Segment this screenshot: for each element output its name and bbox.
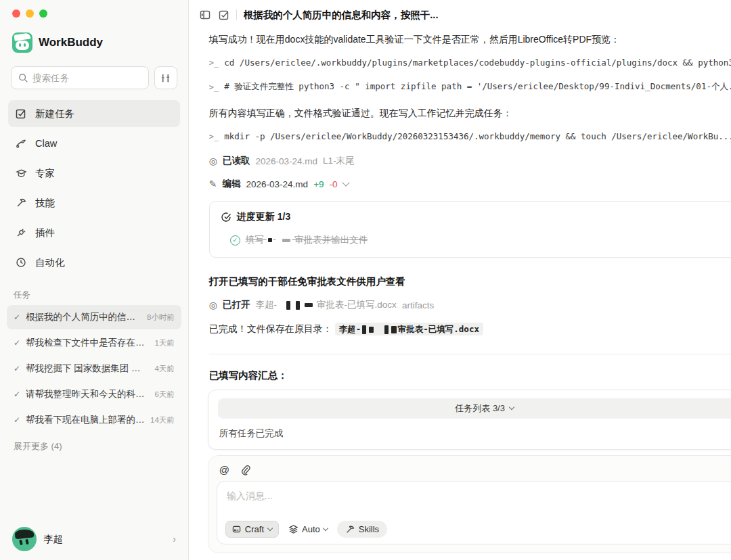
redaction-block xyxy=(362,325,366,334)
check-icon: ✓ xyxy=(14,390,20,399)
chevron-down-icon xyxy=(323,525,328,530)
pencil-icon: ✎ xyxy=(209,179,217,189)
redaction-block xyxy=(391,326,397,333)
progress-check-icon xyxy=(221,212,231,223)
skills-button[interactable]: Skills xyxy=(337,521,387,538)
clock-icon xyxy=(15,257,27,268)
sidebar-item-expert[interactable]: 专家 xyxy=(8,160,180,187)
filter-sliders-icon xyxy=(160,73,171,83)
task-time: 4天前 xyxy=(154,364,174,374)
tasks-section-label: 任务 xyxy=(0,279,188,305)
redaction-block xyxy=(282,239,290,242)
terminal-command-row[interactable]: >_ cd /Users/ericlee/.workbuddy/plugins/… xyxy=(209,57,731,68)
message-input[interactable] xyxy=(227,490,588,501)
task-item[interactable]: ✓ 请帮我整理昨天和今天的科技资... 6天前 xyxy=(7,382,181,406)
artifacts-tag: artifacts xyxy=(402,300,434,310)
task-list-card: 任务列表 3/3 所有任务已完成 xyxy=(208,390,731,450)
progress-item: ✓ 填写 审批表并输出文件 xyxy=(221,234,731,246)
task-time: 1天前 xyxy=(154,338,174,348)
assistant-message: 所有内容填写正确，文件格式验证通过。现在写入工作记忆并完成任务： xyxy=(209,106,731,120)
file-name: 2026-03-24.md xyxy=(246,179,309,189)
task-check-icon[interactable] xyxy=(219,9,229,20)
line-range: L1-末尾 xyxy=(323,155,355,167)
sidebar-item-claw[interactable]: Claw xyxy=(8,130,180,157)
terminal-command-row[interactable]: >_ mkdir -p /Users/ericlee/WorkBuddy/202… xyxy=(209,131,731,141)
file-edit-row[interactable]: ✎ 编辑 2026-03-24.md +9 -0 xyxy=(209,178,731,190)
claw-icon xyxy=(15,138,27,149)
completion-message: 已完成！文件保存在原目录： 李超- 审批表-已填写.docx xyxy=(209,322,731,336)
zoom-window-button[interactable] xyxy=(39,9,47,18)
minimize-window-button[interactable] xyxy=(26,9,34,18)
file-opened-row[interactable]: ◎ 已打开 李超- 审批表-已填写.docx artifacts xyxy=(209,299,731,311)
task-time: 14天前 xyxy=(150,415,175,425)
message-composer: @ Craft xyxy=(208,455,731,553)
brand: WorkBuddy xyxy=(0,18,188,53)
app-name: WorkBuddy xyxy=(39,36,103,49)
terminal-prompt-icon: >_ xyxy=(209,83,219,92)
attachment-icon[interactable] xyxy=(240,465,250,475)
sidebar-nav: 新建任务 Claw 专家 xyxy=(0,93,188,279)
assistant-message: 填写成功！现在用docx技能的validate工具验证一下文件是否正常，然后用L… xyxy=(209,32,731,46)
redaction-block xyxy=(369,327,374,333)
sidebar-item-new-task[interactable]: 新建任务 xyxy=(8,100,180,127)
window-controls xyxy=(0,0,188,18)
graduation-cap-icon xyxy=(15,168,27,179)
redaction-block xyxy=(286,301,290,310)
opened-eye-icon: ◎ xyxy=(209,300,217,310)
chevron-right-icon: › xyxy=(173,534,176,544)
saved-file-chip[interactable]: 李超- 审批表-已填写.docx xyxy=(335,323,483,335)
chevron-down-icon[interactable] xyxy=(342,179,349,186)
mention-icon[interactable]: @ xyxy=(219,464,229,475)
expand-more-link[interactable]: 展开更多 (4) xyxy=(0,434,188,459)
sidebar-item-automation[interactable]: 自动化 xyxy=(8,249,180,276)
file-name: 2026-03-24.md xyxy=(256,156,318,166)
close-window-button[interactable] xyxy=(12,9,20,18)
terminal-prompt-icon: >_ xyxy=(209,132,219,141)
user-avatar xyxy=(12,527,37,551)
file-read-row[interactable]: ◎ 已读取 2026-03-24.md L1-末尾 xyxy=(209,155,731,167)
search-box[interactable] xyxy=(11,66,149,89)
filter-button[interactable] xyxy=(154,66,177,89)
app-window: WorkBuddy xyxy=(0,0,731,560)
collapse-sidebar-icon[interactable] xyxy=(200,9,211,20)
redaction-block xyxy=(268,238,272,242)
main-header: 根据我的个人简历中的信息和内容，按照干... xyxy=(189,0,731,23)
task-time: 8小时前 xyxy=(147,312,175,323)
progress-title: 进度更新 1/3 xyxy=(237,211,290,223)
deletions-count: -0 xyxy=(330,179,338,189)
terminal-command: mkdir -p /Users/ericlee/WorkBuddy/202603… xyxy=(224,131,731,141)
task-item[interactable]: ✓ 帮我检查下文件中是否存在错别... 1天前 xyxy=(7,331,181,355)
sidebar-item-label: 自动化 xyxy=(35,256,65,269)
opened-file-suffix: 审批表-已填写.docx xyxy=(317,300,397,310)
task-list: ✓ 根据我的个人简历中的信息和... 8小时前 ✓ 帮我检查下文件中是否存在错别… xyxy=(0,305,188,434)
chevron-down-icon xyxy=(509,404,514,410)
check-icon: ✓ xyxy=(14,338,20,348)
assistant-message-title: 打开已填写的干部任免审批表文件供用户查看 xyxy=(209,275,731,288)
sidebar-item-label: 新建任务 xyxy=(35,108,74,120)
redaction-block xyxy=(384,325,389,334)
task-list-toggle[interactable]: 任务列表 3/3 xyxy=(218,398,731,419)
search-icon xyxy=(18,73,28,83)
user-profile-row[interactable]: 李超 › xyxy=(0,518,188,560)
task-time: 6天前 xyxy=(154,390,174,400)
sidebar-item-label: 技能 xyxy=(35,197,55,210)
task-item[interactable]: ✓ 帮我看下现在电脑上部署的 op... 14天前 xyxy=(7,408,181,432)
layers-icon xyxy=(288,524,298,534)
done-check-icon: ✓ xyxy=(230,235,240,246)
conversation-title: 根据我的个人简历中的信息和内容，按照干... xyxy=(244,9,731,22)
main-panel: 根据我的个人简历中的信息和内容，按照干... 填写成功！现在用docx技能的va… xyxy=(189,0,731,560)
task-item[interactable]: ✓ 根据我的个人简历中的信息和... 8小时前 xyxy=(7,305,181,329)
message-input-box[interactable]: Craft Auto xyxy=(217,481,731,544)
sidebar-item-plugins[interactable]: 插件 xyxy=(8,219,180,246)
auto-mode-button[interactable]: Auto xyxy=(286,521,330,537)
sidebar-item-skills[interactable]: 技能 xyxy=(8,189,180,216)
search-input[interactable] xyxy=(32,73,141,83)
chevron-down-icon xyxy=(267,525,273,530)
user-name: 李超 xyxy=(43,533,166,546)
craft-mode-button[interactable]: Craft xyxy=(225,521,279,538)
terminal-command-row[interactable]: >_ # 验证文件完整性 python3 -c " import zipfile… xyxy=(209,81,731,93)
pickaxe-icon xyxy=(15,197,27,208)
divider xyxy=(209,354,731,354)
terminal-prompt-icon: >_ xyxy=(209,58,219,68)
task-item[interactable]: ✓ 帮我挖掘下 国家数据集团 的最... 4天前 xyxy=(7,356,181,381)
